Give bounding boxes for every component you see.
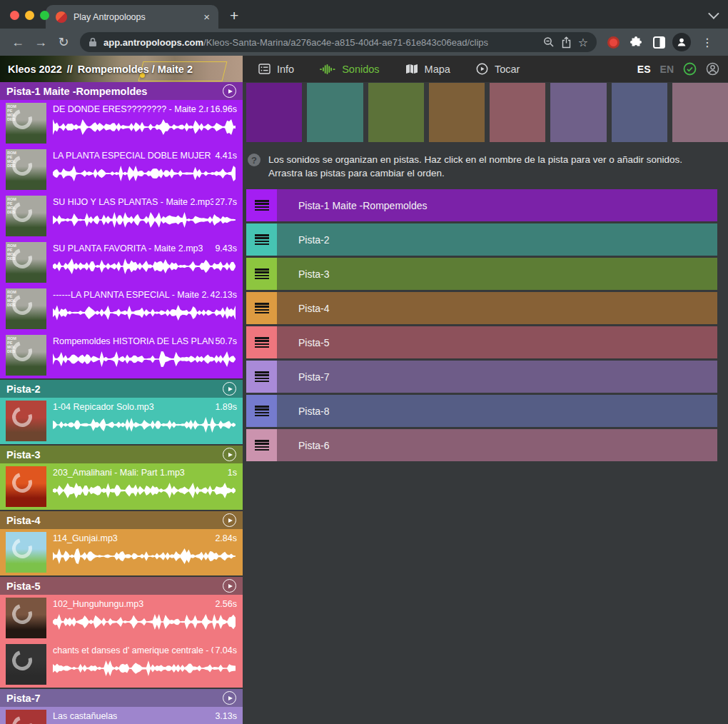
side-panel-icon[interactable]: [648, 31, 669, 53]
share-icon[interactable]: [561, 36, 572, 49]
clip-title-row: ------LA PLANNTA ESPECIAL - Maite 2.mp34…: [53, 289, 237, 301]
minimize-window-button[interactable]: [25, 11, 34, 20]
nav-sonidos[interactable]: Sonidos: [320, 64, 379, 75]
clip-row[interactable]: 114_Gunjai.mp32.84s: [0, 529, 243, 575]
clip-row[interactable]: 1-04 Repicador Solo.mp31.89s: [0, 398, 243, 444]
track-row-bar[interactable]: Pista-7: [277, 361, 717, 393]
track-row[interactable]: Pista-6: [246, 429, 717, 461]
clip-duration: 2.84s: [215, 533, 237, 544]
drag-handle[interactable]: [246, 189, 277, 221]
tab-close-icon[interactable]: ×: [202, 11, 211, 22]
clip-title-row: 1-04 Repicador Solo.mp31.89s: [53, 401, 237, 413]
address-bar[interactable]: app.antropoloops.com/Kleos-Santa-Marina/…: [80, 32, 597, 52]
tracks-sidebar: Pista-1 Maite -RompemoldesROM PE MOL DES…: [0, 82, 243, 724]
bookmark-star-icon[interactable]: ☆: [578, 31, 588, 53]
clip-row[interactable]: 102_Hunguhungu.mp32.56s: [0, 595, 243, 641]
nav-info[interactable]: Info: [258, 64, 294, 75]
track-row-bar[interactable]: Pista-6: [277, 429, 717, 461]
track-row[interactable]: Pista-2: [246, 223, 717, 256]
url-host: app.antropoloops.com: [103, 37, 203, 48]
track-row-bar[interactable]: Pista-5: [277, 326, 717, 358]
track-play-button[interactable]: [223, 448, 236, 461]
browser-menu-icon[interactable]: ⋮: [694, 31, 721, 53]
track-play-button[interactable]: [223, 691, 236, 705]
nav-tocar-label: Tocar: [495, 64, 520, 75]
drag-handle[interactable]: [246, 326, 277, 358]
track-header[interactable]: Pista-1 Maite -Rompemoldes: [0, 82, 243, 100]
track-row-bar[interactable]: Pista-8: [277, 395, 717, 427]
track-header[interactable]: Pista-3: [0, 446, 243, 463]
track-row[interactable]: Pista-1 Maite -Rompemoldes: [246, 189, 717, 221]
forward-button[interactable]: →: [30, 31, 51, 53]
clip-title: LA PLANTA ESPECIAL DOBLE MUJER - Mai...: [53, 150, 213, 161]
nav-mapa[interactable]: Mapa: [405, 64, 450, 75]
track-row-name: Pista-3: [298, 268, 330, 280]
clip-thumbnail: ROM PE MOL DES: [6, 103, 46, 144]
clip-thumbnail: ROM PE MOL DES: [6, 196, 46, 236]
browser-tab[interactable]: Play Antropoloops ×: [46, 5, 218, 29]
loading-spinner-icon: [9, 713, 36, 724]
record-extension-icon[interactable]: [602, 31, 624, 53]
drag-handle[interactable]: [246, 258, 277, 290]
drag-handle[interactable]: [246, 429, 277, 461]
clip-duration: 1.89s: [215, 401, 237, 413]
drag-handle[interactable]: [246, 223, 277, 256]
clip-thumbnail: [6, 710, 46, 724]
track-row[interactable]: Pista-7: [246, 361, 717, 393]
clip-row[interactable]: ROM PE MOL DESDE DONDE ERES???????? - Ma…: [0, 100, 243, 146]
clip-row[interactable]: chants et danses d' amerique centrale - …: [0, 641, 243, 688]
clip-row[interactable]: Las castañuelas3.13s: [0, 707, 243, 724]
close-window-button[interactable]: [10, 11, 19, 20]
track-row[interactable]: Pista-8: [246, 395, 717, 427]
track-header[interactable]: Pista-5: [0, 577, 243, 595]
track-row[interactable]: Pista-3: [246, 258, 717, 290]
clip-thumbnail: [6, 644, 46, 685]
back-button[interactable]: ←: [7, 31, 29, 53]
clip-row[interactable]: ROM PE MOL DESSU PLANTA FAVORITA - Maite…: [0, 239, 243, 286]
track-play-button[interactable]: [223, 382, 236, 396]
track-row[interactable]: Pista-5: [246, 326, 717, 358]
account-icon[interactable]: [706, 62, 719, 76]
play-icon: [228, 89, 233, 94]
clip-row[interactable]: ROM PE MOL DES------LA PLANNTA ESPECIAL …: [0, 286, 243, 332]
language-es[interactable]: ES: [637, 64, 651, 75]
track-header[interactable]: Pista-7: [0, 689, 243, 707]
track-row[interactable]: Pista-4: [246, 292, 717, 324]
clip-duration: 7.04s: [215, 645, 237, 656]
clip-waveform: [53, 548, 237, 565]
clip-row[interactable]: ROM PE MOL DESLA PLANTA ESPECIAL DOBLE M…: [0, 146, 243, 193]
track-row-bar[interactable]: Pista-1 Maite -Rompemoldes: [277, 189, 717, 221]
track-row-bar[interactable]: Pista-2: [277, 223, 717, 256]
clip-duration: 42.13s: [210, 289, 237, 301]
clip-row[interactable]: 203_Amalihani - Mali: Part 1.mp31s: [0, 463, 243, 510]
extensions-puzzle-icon[interactable]: [625, 31, 647, 53]
waveform-icon: [320, 64, 335, 74]
drag-handle-icon: [255, 337, 269, 348]
drag-handle[interactable]: [246, 361, 277, 393]
profile-avatar[interactable]: [671, 31, 692, 53]
clip-row[interactable]: ROM PE MOL DESRompemoldes HISTORIA DE LA…: [0, 332, 243, 378]
clip-body: DE DONDE ERES???????? - Maite 2.mp316.96…: [53, 103, 237, 146]
track-play-button[interactable]: [223, 579, 236, 593]
drag-handle[interactable]: [246, 395, 277, 427]
breadcrumb-separator: //: [67, 64, 73, 75]
new-tab-button[interactable]: +: [230, 9, 238, 23]
tab-search-chevron-icon[interactable]: [708, 8, 719, 19]
track-play-button[interactable]: [223, 84, 236, 98]
nav-info-label: Info: [277, 64, 294, 75]
track-header[interactable]: Pista-4: [0, 511, 243, 529]
track-row-bar[interactable]: Pista-3: [277, 258, 717, 290]
track-color-palette: [246, 83, 728, 142]
track-play-button[interactable]: [223, 513, 236, 527]
reload-button[interactable]: ↻: [53, 31, 74, 53]
breadcrumb[interactable]: Kleos 2022 // Rompemoldes / Maite 2: [0, 56, 243, 82]
drag-handle[interactable]: [246, 292, 277, 324]
clip-title: DE DONDE ERES???????? - Maite 2.mp3: [53, 104, 208, 115]
language-en[interactable]: EN: [660, 64, 674, 75]
nav-tocar[interactable]: Tocar: [476, 63, 520, 75]
zoom-icon[interactable]: [543, 36, 555, 48]
track-row-bar[interactable]: Pista-4: [277, 292, 717, 324]
track-header[interactable]: Pista-2: [0, 380, 243, 398]
maximize-window-button[interactable]: [40, 11, 49, 20]
clip-row[interactable]: ROM PE MOL DESSU HIJO Y LAS PLANTAS - Ma…: [0, 193, 243, 239]
